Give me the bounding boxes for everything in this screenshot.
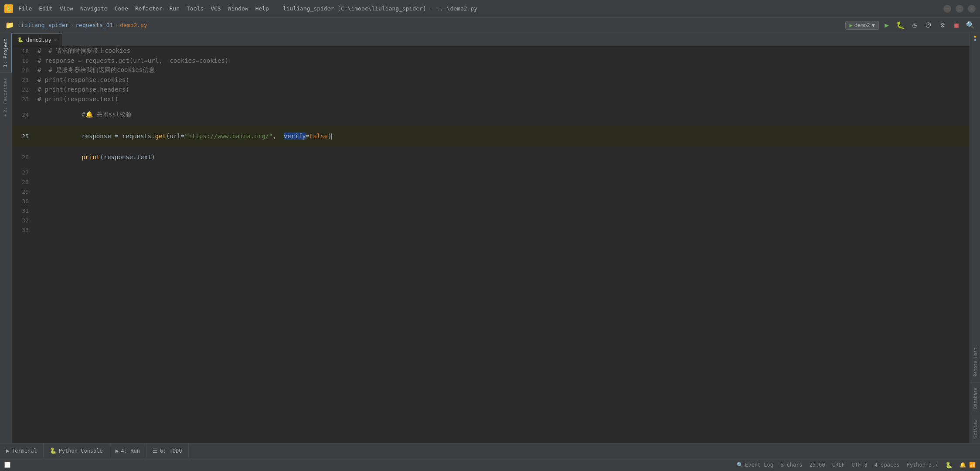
code-line-18[interactable]: 18 # # 请求的时候要带上cookies — [12, 46, 970, 56]
status-checkbox[interactable] — [4, 462, 10, 468]
python-console-label: Python Console — [59, 448, 103, 454]
breadcrumb-folder[interactable]: requests_01 — [75, 22, 113, 28]
line-content-19: # response = requests.get(url=url, cooki… — [34, 56, 970, 65]
tab-name: demo2.py — [26, 37, 51, 43]
marker-orange — [974, 36, 976, 38]
search-button[interactable]: 🔍 — [964, 19, 977, 31]
line-content-21: # print(response.cookies) — [34, 75, 970, 85]
editor-tab-demo2[interactable]: 🐍 demo2.py ✕ — [12, 34, 62, 46]
code-line-32[interactable]: 32 — [12, 215, 970, 225]
event-log[interactable]: 🔍 Event Log — [737, 462, 773, 468]
line-content-20: # # 是服务器给我们返回的cookies信息 — [34, 65, 970, 75]
minimize-button[interactable]: ─ — [943, 5, 951, 13]
window-controls[interactable]: ─ □ ✕ — [943, 5, 976, 13]
status-chars[interactable]: 6 chars — [780, 462, 803, 468]
run-config-icon: ▶ — [849, 22, 852, 28]
code-line-20[interactable]: 20 # # 是服务器给我们返回的cookies信息 — [12, 65, 970, 75]
line-content-24: #🔔 关闭ssl校验 — [34, 104, 970, 126]
terminal-label: Terminal — [12, 448, 37, 454]
menu-file[interactable]: File — [18, 5, 32, 12]
line-num-29: 29 — [12, 187, 34, 196]
right-tab-sciview[interactable]: SciView — [971, 414, 979, 443]
line-num-31: 31 — [12, 206, 34, 215]
status-line-ending[interactable]: CRLF — [832, 462, 845, 468]
code-line-23[interactable]: 23 # print(response.text) — [12, 94, 970, 104]
menu-navigate[interactable]: Navigate — [80, 5, 108, 12]
status-python-version[interactable]: Python 3.7 — [907, 462, 938, 468]
code-line-26[interactable]: 26 print(response.text) — [12, 147, 970, 167]
menu-run[interactable]: Run — [170, 5, 180, 12]
code-line-25[interactable]: 25 response = requests.get(url="https://… — [12, 126, 970, 147]
run-config-dropdown[interactable]: ▼ — [872, 22, 875, 28]
python-console-icon: 🐍 — [50, 447, 57, 454]
menu-vcs[interactable]: VCS — [211, 5, 221, 12]
menu-edit[interactable]: Edit — [39, 5, 52, 12]
status-bar-left — [4, 462, 10, 468]
concurrency-button[interactable]: ⚙ — [936, 19, 949, 31]
line-content-23: # print(response.text) — [34, 94, 970, 104]
menu-refactor[interactable]: Refactor — [135, 5, 163, 12]
run-label: 4: Run — [121, 448, 140, 454]
line-num-33: 33 — [12, 225, 34, 235]
title-bar-left: 🐍 File Edit View Navigate Code Refactor … — [4, 4, 477, 13]
line-content-26: print(response.text) — [34, 147, 970, 167]
stop-button[interactable]: ■ — [950, 19, 963, 31]
status-encoding[interactable]: UTF-8 — [852, 462, 868, 468]
line-num-20: 20 — [12, 65, 34, 75]
right-tab-remote[interactable]: Remote Host — [971, 342, 979, 382]
menu-tools[interactable]: Tools — [187, 5, 204, 12]
run-button[interactable]: ▶ — [881, 19, 893, 31]
maximize-button[interactable]: □ — [956, 5, 963, 13]
code-line-21[interactable]: 21 # print(response.cookies) — [12, 75, 970, 85]
breadcrumb-sep2: › — [115, 22, 118, 28]
menu-window[interactable]: Window — [228, 5, 248, 12]
breadcrumb-file[interactable]: demo2.py — [120, 22, 147, 28]
code-line-19[interactable]: 19 # response = requests.get(url=url, co… — [12, 56, 970, 65]
menu-code[interactable]: Code — [115, 5, 128, 12]
run-config-name: demo2 — [854, 22, 870, 28]
right-sidebar: Remote Host Database SciView — [970, 33, 980, 443]
code-line-30[interactable]: 30 — [12, 196, 970, 206]
run-config-selector[interactable]: ▶ demo2 ▼ — [845, 21, 879, 30]
tab-close-button[interactable]: ✕ — [54, 37, 57, 43]
breadcrumb-sep1: › — [70, 22, 74, 28]
line-content-25: response = requests.get(url="https://www… — [34, 126, 970, 147]
line-num-26: 26 — [12, 147, 34, 167]
code-line-31[interactable]: 31 — [12, 206, 970, 215]
window-title: liuliang_spider [C:\imooc\liuliang_spide… — [283, 5, 477, 12]
status-position[interactable]: 25:60 — [810, 462, 825, 468]
python-logo: 🐍 — [945, 461, 953, 468]
run-icon: ▶ — [116, 447, 119, 454]
breadcrumb-project[interactable]: liuliang_spider — [17, 22, 68, 28]
todo-tab[interactable]: ☰ 6: TODO — [146, 444, 189, 458]
menu-bar[interactable]: File Edit View Navigate Code Refactor Ru… — [18, 5, 269, 12]
text-cursor — [331, 133, 332, 140]
menu-help[interactable]: Help — [255, 5, 269, 12]
debug-button[interactable]: 🐛 — [895, 19, 907, 31]
line-num-30: 30 — [12, 196, 34, 206]
status-bar: 🔍 Event Log 6 chars 25:60 CRLF UTF-8 4 s… — [0, 458, 980, 471]
status-indent[interactable]: 4 spaces — [875, 462, 900, 468]
code-line-33[interactable]: 33 — [12, 225, 970, 235]
code-line-24[interactable]: 24 #🔔 关闭ssl校验 — [12, 104, 970, 126]
right-tab-database[interactable]: Database — [971, 382, 979, 414]
line-content-30 — [34, 196, 970, 206]
profile-button[interactable]: ⏱ — [922, 19, 935, 31]
code-line-27[interactable]: 27 — [12, 167, 970, 177]
editor-area: 🐍 demo2.py ✕ 18 # # 请求的时候要带上cookies 19 #… — [12, 33, 970, 443]
sidebar-tab-favorites[interactable]: ★2: Favorites — [0, 73, 12, 123]
close-button[interactable]: ✕ — [968, 5, 976, 13]
line-content-32 — [34, 215, 970, 225]
terminal-tab[interactable]: ▶ Terminal — [0, 444, 44, 458]
run-tab[interactable]: ▶ 4: Run — [109, 444, 146, 458]
python-console-tab[interactable]: 🐍 Python Console — [44, 444, 109, 458]
line-content-31 — [34, 206, 970, 215]
code-line-28[interactable]: 28 — [12, 177, 970, 187]
run-with-coverage-button[interactable]: ◷ — [909, 19, 921, 31]
code-line-22[interactable]: 22 # print(response.headers) — [12, 85, 970, 94]
code-editor[interactable]: 18 # # 请求的时候要带上cookies 19 # response = r… — [12, 46, 970, 443]
sidebar-tab-project[interactable]: 1: Project — [0, 33, 12, 72]
menu-view[interactable]: View — [60, 5, 73, 12]
title-bar: 🐍 File Edit View Navigate Code Refactor … — [0, 0, 980, 17]
code-line-29[interactable]: 29 — [12, 187, 970, 196]
